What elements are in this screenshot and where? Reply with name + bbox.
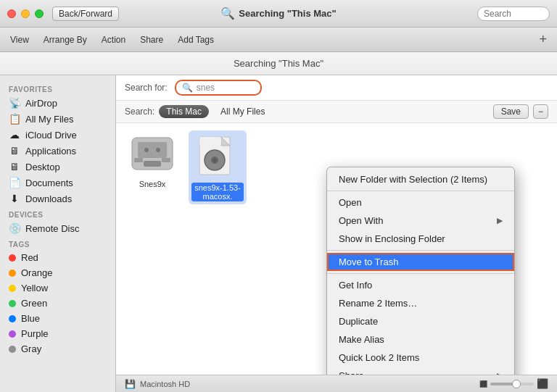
scope-label: Search: [125, 107, 154, 117]
downloads-icon: ⬇ [9, 193, 20, 204]
scope-all-my-files-button[interactable]: All My Files [213, 105, 272, 118]
save-button[interactable]: Save [493, 104, 529, 119]
close-button[interactable] [7, 9, 16, 18]
ctx-new-folder[interactable]: New Folder with Selection (2 Items) [327, 170, 514, 188]
main-panel: Search for: 🔍 snes Search: This Mac All … [116, 75, 557, 392]
hd-label: Macintosh HD [140, 380, 190, 388]
window-title: 🔍 Searching "This Mac" [220, 7, 336, 20]
ctx-quick-look[interactable]: Quick Look 2 Items [327, 349, 514, 367]
ctx-separator-2 [327, 250, 514, 251]
search-input[interactable] [477, 7, 550, 21]
sidebar-item-tag-gray[interactable]: Gray [0, 341, 115, 356]
action-button[interactable]: Action [99, 33, 128, 46]
search-bar-label: Searching "This Mac" [0, 52, 557, 75]
icloud-icon: ☁ [9, 129, 20, 141]
search-icon: 🔍 [182, 83, 193, 93]
tag-dot-red [9, 254, 16, 262]
devices-label: Devices [0, 207, 115, 220]
sidebar-item-tag-green[interactable]: Green [0, 296, 115, 311]
applications-icon: 🖥 [9, 145, 20, 157]
ctx-share[interactable]: Share ▶ [327, 367, 514, 375]
finder-icon: 🔍 [220, 7, 235, 20]
sidebar-item-downloads[interactable]: ⬇ Downloads [0, 191, 115, 207]
arrange-by-button[interactable]: Arrange By [41, 33, 90, 46]
ctx-move-to-trash[interactable]: Move to Trash [327, 253, 514, 271]
toolbar: View Arrange By Action Share Add Tags + [0, 28, 557, 52]
sidebar-item-tag-yellow[interactable]: Yellow [0, 280, 115, 296]
ctx-get-info[interactable]: Get Info [327, 276, 514, 294]
size-slider[interactable]: ⬛ ⬛ [479, 378, 548, 389]
tag-dot-orange [9, 270, 16, 277]
svg-rect-3 [134, 158, 143, 162]
sidebar-item-airdrop[interactable]: 📡 AirDrop [0, 95, 115, 111]
search-input-box[interactable]: 🔍 snes [175, 80, 262, 96]
documents-icon: 📄 [9, 177, 20, 188]
status-bar: 💾 Macintosh HD ⬛ ⬛ [116, 375, 557, 392]
tag-dot-gray [9, 346, 16, 353]
tag-dot-blue [9, 315, 16, 322]
airdrop-icon: 📡 [9, 97, 20, 109]
ctx-rename[interactable]: Rename 2 Items… [327, 294, 514, 312]
svg-point-13 [213, 159, 216, 162]
sidebar-item-all-my-files[interactable]: 📋 All My Files [0, 111, 115, 127]
sidebar-item-documents[interactable]: 📄 Documents [0, 175, 115, 191]
ctx-separator-1 [327, 191, 514, 191]
svg-point-6 [156, 148, 160, 152]
remote-disc-icon: 💿 [9, 222, 20, 234]
ctx-open-with[interactable]: Open With ▶ [327, 212, 514, 230]
sidebar-item-tag-blue[interactable]: Blue [0, 311, 115, 326]
size-large-icon: ⬛ [537, 378, 548, 389]
hd-icon: 💾 [125, 379, 136, 389]
scope-this-mac-button[interactable]: This Mac [159, 105, 209, 118]
ctx-show-in-folder[interactable]: Show in Enclosing Folder [327, 230, 514, 248]
sidebar-item-tag-orange[interactable]: Orange [0, 265, 115, 280]
ctx-duplicate[interactable]: Duplicate [327, 312, 514, 330]
file-item-snes9x-dmg[interactable]: snes9x-1.53-macosx. [189, 130, 247, 204]
share-button[interactable]: Share [137, 33, 166, 46]
ctx-open-with-arrow: ▶ [497, 216, 503, 225]
back-forward-button[interactable]: Back/Forward [52, 7, 119, 21]
sidebar-item-tag-red[interactable]: Red [0, 250, 115, 265]
search-for-label: Search for: [125, 83, 168, 93]
desktop-icon: 🖥 [9, 161, 20, 172]
sidebar-item-remote-disc[interactable]: 💿 Remote Disc [0, 220, 115, 236]
slider-thumb[interactable] [512, 380, 521, 388]
sidebar-item-tag-purple[interactable]: Purple [0, 326, 115, 341]
svg-rect-2 [144, 161, 161, 167]
svg-point-5 [144, 148, 149, 152]
ctx-make-alias[interactable]: Make Alias [327, 330, 514, 349]
snes9x-file-icon [129, 130, 176, 177]
add-tags-button[interactable]: Add Tags [175, 33, 217, 46]
all-my-files-icon: 📋 [9, 113, 20, 125]
tag-dot-yellow [9, 285, 16, 292]
search-value: snes [197, 83, 215, 93]
sidebar-item-applications[interactable]: 🖥 Applications [0, 143, 115, 159]
content-area: Favorites 📡 AirDrop 📋 All My Files ☁ iCl… [0, 75, 557, 392]
search-for-row: Search for: 🔍 snes [116, 75, 557, 101]
ctx-open[interactable]: Open [327, 193, 514, 212]
snes9x-dmg-label: snes9x-1.53-macosx. [191, 183, 244, 201]
traffic-lights [7, 9, 44, 18]
snes9x-label: Snes9x [139, 180, 166, 188]
ctx-separator-3 [327, 273, 514, 274]
maximize-button[interactable] [35, 9, 44, 18]
favorites-label: Favorites [0, 81, 115, 95]
title-bar: Back/Forward 🔍 Searching "This Mac" [0, 0, 557, 28]
file-area: Snes9x sn [116, 123, 557, 375]
sidebar-item-icloud-drive[interactable]: ☁ iCloud Drive [0, 127, 115, 143]
tag-dot-green [9, 300, 16, 307]
svg-rect-10 [199, 137, 221, 146]
svg-rect-4 [162, 158, 170, 162]
tag-dot-purple [9, 330, 16, 338]
sidebar-item-desktop[interactable]: 🖥 Desktop [0, 159, 115, 175]
minimize-button[interactable] [21, 9, 30, 18]
minus-button[interactable]: − [533, 104, 548, 119]
view-button[interactable]: View [7, 33, 32, 46]
slider-track[interactable] [490, 383, 534, 385]
size-small-icon: ⬛ [479, 380, 487, 388]
svg-rect-1 [138, 142, 167, 158]
scope-bar: Search: This Mac All My Files Save − [116, 101, 557, 123]
tags-label: Tags [0, 236, 115, 250]
file-item-snes9x[interactable]: Snes9x [123, 130, 181, 188]
add-button[interactable]: + [539, 32, 547, 47]
